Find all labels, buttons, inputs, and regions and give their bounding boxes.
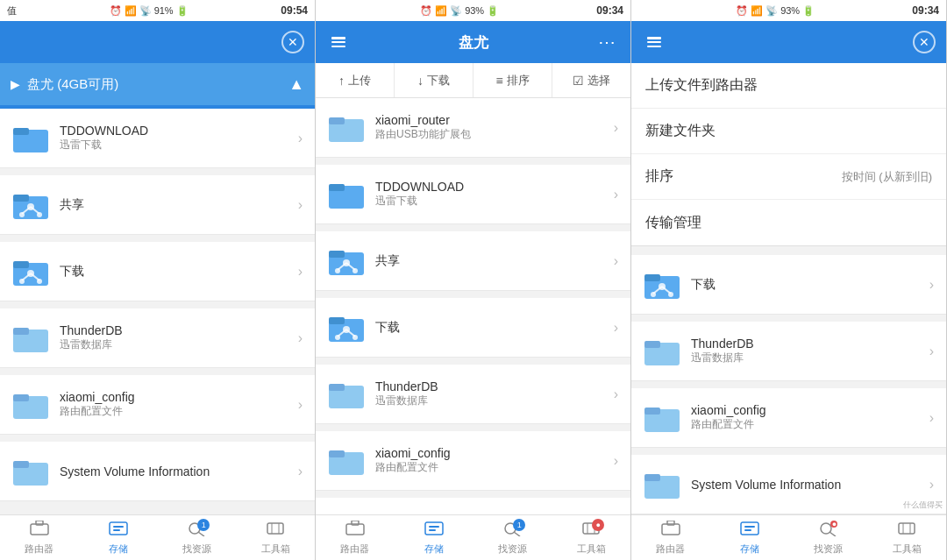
sort-btn[interactable]: ≡ 排序 (474, 63, 552, 97)
nav-search-label: 找资源 (182, 542, 211, 556)
file-info: System Volume Information (60, 464, 288, 478)
nav-router[interactable]: 路由器 (0, 515, 79, 560)
nav-search[interactable]: 1 找资源 (158, 515, 237, 560)
context-new-folder[interactable]: 新建文件夹 (631, 109, 946, 154)
nav-search[interactable]: ● 找资源 (789, 515, 868, 560)
file-info: ThunderDB 迅雷数据库 (375, 379, 603, 408)
svg-rect-69 (647, 37, 661, 39)
file-item-sysvolinfo-2[interactable]: System Volume Information › (316, 498, 630, 514)
close-button[interactable]: ✕ (281, 31, 304, 53)
file-item-xiaomi-config-3[interactable]: xiaomi_config 路由配置文件 › (631, 388, 946, 448)
chevron-icon: › (298, 397, 303, 413)
context-menu: 上传文件到路由器 新建文件夹 排序 按时间 (从新到旧) 传输管理 (631, 63, 946, 246)
select-btn[interactable]: ☑ 选择 (552, 63, 630, 97)
file-info: ThunderDB 迅雷数据库 (691, 337, 919, 365)
svg-rect-80 (644, 341, 660, 348)
expand-row[interactable]: ▶ 盘尤 (4GB可用) ▲ (0, 63, 315, 105)
svg-rect-36 (329, 117, 345, 124)
battery-icon: 🔋 (176, 5, 189, 17)
folder-icon-wrap (12, 386, 49, 423)
chevron-icon: › (298, 197, 303, 213)
more-button[interactable]: ⋯ (595, 30, 620, 54)
file-info: 共享 (60, 197, 288, 213)
search-icon: 1 (502, 521, 522, 541)
search-icon: 1 (187, 521, 206, 541)
folder-icon (644, 336, 680, 367)
status-icons-2: ⏰ 📶 📡 93% 🔋 (420, 5, 499, 17)
file-item-download-2[interactable]: 下载 › (316, 298, 630, 358)
status-bar-2: ⏰ 📶 📡 93% 🔋 09:34 (316, 0, 630, 21)
context-transfer[interactable]: 传输管理 (631, 200, 946, 245)
chevron-icon: › (614, 120, 618, 136)
nav-router-label: 路由器 (340, 542, 369, 556)
separator (316, 491, 630, 498)
chevron-icon: › (614, 253, 618, 269)
folder-icon-wrap (12, 320, 49, 357)
upload-btn[interactable]: ↑ 上传 (316, 63, 395, 97)
chevron-icon: › (614, 386, 618, 402)
router-icon (345, 521, 365, 541)
file-item-xiaomi-router[interactable]: xiaomi_router 路由USB功能扩展包 › (316, 98, 630, 158)
context-sort-label: 排序 (645, 167, 673, 186)
svg-rect-61 (425, 522, 443, 535)
wifi-icon: 📶 (435, 5, 447, 17)
nav-tools[interactable]: 工具箱 (236, 515, 315, 560)
chevron-icon: › (929, 410, 934, 426)
nav-storage[interactable]: 存储 (710, 515, 789, 560)
svg-rect-92 (899, 523, 915, 534)
file-item-thunderdb-2[interactable]: ThunderDB 迅雷数据库 › (316, 365, 630, 424)
file-item-thunderdb-3[interactable]: ThunderDB 迅雷数据库 › (631, 322, 946, 381)
folder-icon-download (13, 256, 48, 287)
svg-point-45 (352, 268, 358, 273)
back-button[interactable] (326, 30, 351, 54)
nav-tools[interactable]: 工具箱 (867, 515, 946, 560)
svg-point-14 (19, 279, 25, 284)
file-item-download-1[interactable]: 下载 › (0, 242, 315, 301)
file-item-xiaomi-config-2[interactable]: xiaomi_config 路由配置文件 › (316, 431, 630, 491)
nav-router[interactable]: 路由器 (631, 515, 710, 560)
file-meta: 迅雷下载 (375, 194, 603, 209)
svg-rect-73 (644, 274, 660, 281)
svg-rect-71 (647, 46, 661, 47)
download-btn[interactable]: ↓ 下载 (395, 63, 474, 97)
folder-icon-wrap (644, 266, 680, 303)
panel-3: ⏰ 📶 📡 93% 🔋 09:34 ✕ 上传文件到路由器 新建文件夹 排序 按时… (631, 0, 947, 560)
file-item-share-1[interactable]: 共享 › (0, 175, 315, 235)
file-item-download-3[interactable]: 下载 › (631, 255, 946, 315)
svg-rect-19 (13, 394, 29, 401)
context-upload[interactable]: 上传文件到路由器 (631, 63, 946, 109)
svg-rect-54 (329, 384, 345, 391)
file-item-sysvolinfo-3[interactable]: System Volume Information › (631, 455, 946, 514)
file-item-thunderdb-1[interactable]: ThunderDB 迅雷数据库 › (0, 308, 315, 368)
upload-icon: ▲ (288, 75, 304, 94)
alarm-icon: ⏰ (420, 5, 432, 17)
nav-tools[interactable]: ● 工具箱 (552, 515, 630, 560)
file-item-sysvolinfo-1[interactable]: System Volume Information › (0, 442, 315, 501)
header-2: 盘尤 ⋯ (316, 21, 630, 63)
svg-point-77 (651, 292, 656, 297)
back-button[interactable] (642, 30, 666, 54)
file-item-tddownload-1[interactable]: TDDOWNLOAD 迅雷下载 › (0, 109, 315, 168)
disk-label: 盘尤 (4GB可用) (27, 76, 281, 93)
file-item-tddownload-2[interactable]: TDDOWNLOAD 迅雷下载 › (316, 165, 630, 224)
status-bar-3: ⏰ 📶 📡 93% 🔋 09:34 (631, 0, 946, 21)
nav-storage[interactable]: 存储 (79, 515, 158, 560)
svg-rect-56 (329, 450, 345, 457)
svg-point-8 (37, 212, 42, 217)
folder-icon-wrap (328, 509, 365, 515)
close-button[interactable]: ✕ (913, 31, 936, 53)
svg-rect-62 (429, 526, 439, 528)
separator (316, 291, 630, 298)
folder-icon (329, 379, 364, 410)
file-item-xiaomi-config-1[interactable]: xiaomi_config 路由配置文件 › (0, 375, 315, 435)
nav-router-label: 路由器 (25, 542, 53, 556)
nav-search-label: 找资源 (498, 542, 527, 556)
nav-search[interactable]: 1 找资源 (474, 515, 552, 560)
status-icons-3: ⏰ 📶 📡 93% 🔋 (736, 5, 815, 17)
nav-storage[interactable]: 存储 (395, 515, 474, 560)
file-name: xiaomi_config (375, 446, 603, 460)
file-item-share-2[interactable]: 共享 › (316, 231, 630, 291)
context-sort[interactable]: 排序 按时间 (从新到旧) (631, 154, 946, 200)
bottom-nav-3: 路由器 存储 ● 找资源 工具箱 (631, 514, 946, 560)
nav-router[interactable]: 路由器 (316, 515, 395, 560)
